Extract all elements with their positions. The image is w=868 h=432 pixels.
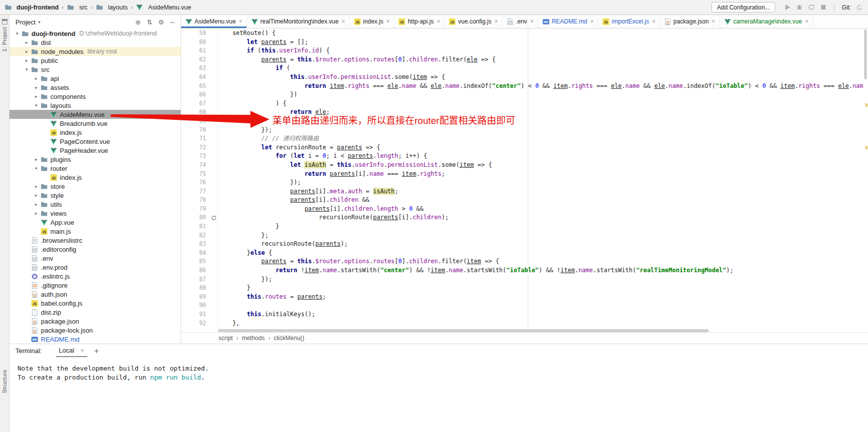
chevron-down-icon[interactable]: ▾ bbox=[23, 67, 30, 72]
new-terminal-button[interactable]: + bbox=[94, 347, 99, 356]
line-number[interactable]: 82 bbox=[181, 231, 210, 240]
chevron-down-icon[interactable]: ▾ bbox=[13, 31, 21, 36]
tree-item[interactable]: ▾layouts bbox=[9, 101, 181, 110]
line-number[interactable]: 60 bbox=[181, 38, 210, 47]
line-number[interactable]: 84 bbox=[181, 249, 210, 258]
tree-item[interactable]: ▸store bbox=[9, 182, 181, 191]
run-icon[interactable] bbox=[784, 3, 791, 11]
tree-item[interactable]: ▸views bbox=[9, 209, 181, 218]
tree-item[interactable]: ▾router bbox=[9, 164, 181, 173]
scrollbar-thumb[interactable] bbox=[864, 29, 867, 79]
locate-file-icon[interactable]: ⊕ bbox=[135, 18, 141, 26]
tree-item[interactable]: {}package.json bbox=[9, 317, 181, 326]
tree-item[interactable]: ▸assets bbox=[9, 83, 181, 92]
line-number[interactable]: 72 bbox=[181, 143, 210, 152]
update-project-icon[interactable] bbox=[808, 3, 815, 11]
chevron-right-icon[interactable]: ▸ bbox=[23, 58, 30, 63]
chevron-right-icon[interactable]: ▸ bbox=[32, 193, 40, 198]
toolwindow-project-button[interactable]: 1: Project bbox=[0, 19, 9, 51]
tree-item[interactable]: MDREADME.md bbox=[9, 335, 181, 344]
chevron-down-icon[interactable]: ▾ bbox=[32, 103, 40, 108]
tree-item[interactable]: .browserslistrc bbox=[9, 236, 181, 245]
line-number[interactable]: 75 bbox=[181, 170, 210, 179]
tree-item[interactable]: .env bbox=[9, 254, 181, 263]
line-number[interactable]: 85 bbox=[181, 257, 210, 266]
breadcrumb-item[interactable]: AsideMenu.vue bbox=[136, 3, 191, 11]
line-number[interactable]: 88 bbox=[181, 284, 210, 293]
tree-item[interactable]: ▸api bbox=[9, 74, 181, 83]
code-editor[interactable]: 59 setRoute() {60 let parents = [];61 if… bbox=[181, 28, 863, 329]
editor-tab[interactable]: AsideMenu.vue× bbox=[181, 15, 247, 28]
tree-item[interactable]: PageHeader.vue bbox=[9, 146, 181, 155]
tree-item[interactable]: JSindex.js bbox=[9, 128, 181, 137]
line-number[interactable]: 80 bbox=[181, 213, 210, 222]
editor-tab[interactable]: {}package.json× bbox=[660, 15, 720, 28]
vertical-scrollbar[interactable] bbox=[863, 28, 868, 329]
recursive-call-icon[interactable] bbox=[210, 213, 218, 222]
tree-item[interactable]: PageContent.vue bbox=[9, 137, 181, 146]
chevron-right-icon[interactable]: ▸ bbox=[32, 85, 40, 90]
line-number[interactable]: 79 bbox=[181, 205, 210, 214]
gear-icon[interactable]: ⚙ bbox=[158, 18, 164, 26]
editor-breadcrumb-item[interactable]: script bbox=[218, 335, 233, 342]
close-icon[interactable]: × bbox=[712, 18, 715, 24]
line-number[interactable]: 61 bbox=[181, 46, 210, 55]
line-number[interactable]: 76 bbox=[181, 178, 210, 187]
line-number[interactable]: 68 bbox=[181, 108, 210, 117]
breadcrumb-item[interactable]: layouts bbox=[95, 3, 128, 11]
line-number[interactable]: 73 bbox=[181, 152, 210, 161]
tree-item[interactable]: .gitignore bbox=[9, 281, 181, 290]
editor-tab[interactable]: JSvue.config.js× bbox=[444, 15, 502, 28]
line-number[interactable]: 78 bbox=[181, 196, 210, 205]
tree-item[interactable]: ▾src bbox=[9, 65, 181, 74]
line-number[interactable]: 63 bbox=[181, 64, 210, 73]
chevron-down-icon[interactable]: ▾ bbox=[32, 166, 40, 171]
stop-icon[interactable] bbox=[820, 3, 827, 11]
tree-item[interactable]: ▸public bbox=[9, 56, 181, 65]
chevron-right-icon[interactable]: ▸ bbox=[23, 49, 30, 54]
editor-tab[interactable]: realTimeMonitoring\index.vue× bbox=[247, 15, 350, 28]
tree-item[interactable]: {}auth.json bbox=[9, 290, 181, 299]
chevron-right-icon[interactable]: ▸ bbox=[32, 157, 40, 162]
tree-item[interactable]: {}package-lock.json bbox=[9, 326, 181, 335]
chevron-right-icon[interactable]: ▸ bbox=[32, 211, 40, 216]
close-icon[interactable]: × bbox=[239, 18, 242, 24]
tree-item[interactable]: App.vue bbox=[9, 218, 181, 227]
chevron-right-icon[interactable]: ▸ bbox=[32, 94, 40, 99]
close-icon[interactable]: × bbox=[590, 18, 594, 24]
close-icon[interactable]: × bbox=[342, 18, 345, 24]
line-number[interactable]: 71 bbox=[181, 134, 210, 143]
debug-icon[interactable] bbox=[796, 3, 803, 11]
tree-item[interactable]: ▸components bbox=[9, 92, 181, 101]
close-icon[interactable]: × bbox=[436, 18, 440, 24]
line-number[interactable]: 81 bbox=[181, 222, 210, 231]
line-number[interactable]: 90 bbox=[181, 301, 210, 310]
line-number[interactable]: 86 bbox=[181, 266, 210, 275]
tree-item[interactable]: ▸utils bbox=[9, 200, 181, 209]
close-icon[interactable]: × bbox=[81, 348, 84, 354]
add-configuration-button[interactable]: Add Configuration... bbox=[711, 2, 775, 12]
tree-item[interactable]: .eslintrc.js bbox=[9, 272, 181, 281]
editor-tab[interactable]: JShttp-api.js× bbox=[394, 15, 444, 28]
terminal-output[interactable]: Note that the development build is not o… bbox=[9, 358, 868, 382]
tree-item[interactable]: ▾duoji-frontendD:\zheheWeb\duoji-fronten… bbox=[9, 29, 181, 38]
editor-tab[interactable]: cameraManage\index.vue× bbox=[720, 15, 813, 28]
line-number[interactable]: 67 bbox=[181, 99, 210, 108]
tree-item[interactable]: JSmain.js bbox=[9, 227, 181, 236]
tree-item[interactable]: ▸plugins bbox=[9, 155, 181, 164]
toolwindow-structure-button[interactable]: Structure bbox=[0, 370, 9, 393]
line-number[interactable]: 87 bbox=[181, 275, 210, 284]
project-view-selector[interactable]: Project ▾ bbox=[15, 18, 40, 26]
tree-item[interactable]: ▸node_moduleslibrary root bbox=[9, 47, 181, 56]
line-number[interactable]: 62 bbox=[181, 55, 210, 64]
tree-item[interactable]: AsideMenu.vue bbox=[9, 110, 181, 119]
tree-item[interactable]: ▸style bbox=[9, 191, 181, 200]
terminal-tab-local[interactable]: Local × bbox=[56, 345, 87, 357]
line-number[interactable]: 92 bbox=[181, 319, 210, 328]
close-icon[interactable]: × bbox=[530, 18, 534, 24]
tree-item[interactable]: .env.prod bbox=[9, 263, 181, 272]
hide-panel-icon[interactable]: ─ bbox=[170, 18, 175, 26]
breadcrumb-item[interactable]: src bbox=[67, 3, 88, 11]
line-number[interactable]: 83 bbox=[181, 240, 210, 249]
close-icon[interactable]: × bbox=[805, 18, 809, 24]
